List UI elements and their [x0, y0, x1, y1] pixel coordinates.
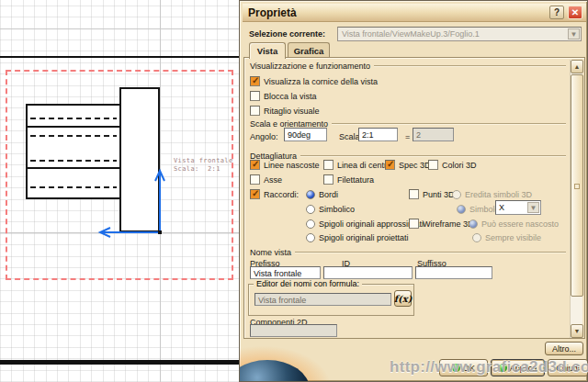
checkbox-wireframe3d[interactable]	[409, 219, 419, 229]
checkbox-filettatura[interactable]	[323, 174, 334, 185]
suffisso-input[interactable]	[415, 266, 492, 279]
hidden-line	[30, 135, 117, 137]
chevron-down-icon[interactable]: ▼	[568, 28, 580, 39]
radio-eredita	[452, 190, 461, 199]
radio-bordi[interactable]	[306, 190, 315, 199]
close-icon[interactable]: ✕	[568, 6, 582, 19]
checkbox-row-linee-nascoste[interactable]: Linee nascoste	[250, 159, 320, 171]
checkbox-blocca[interactable]	[250, 91, 260, 101]
view-scale-line2: Scala: 2:1	[174, 165, 220, 173]
current-selection-label: Selezione corrente:	[249, 29, 325, 39]
scala-input[interactable]: 2:1	[358, 128, 398, 141]
current-selection-value: Vista frontale/ViewMakeUp.3/Foglio.1	[342, 29, 480, 39]
radio-row-spigoli-appr[interactable]: Spigoli originali approssimati	[306, 218, 424, 230]
hidden-line	[30, 160, 117, 162]
checkbox-ritaglio-label: Ritaglio visuale	[264, 107, 320, 116]
radio-row-sempre-visibile: Sempre visibile	[472, 231, 541, 243]
help-icon[interactable]: ?	[549, 6, 564, 19]
radio-puo-nascosto	[469, 219, 478, 229]
scrollbar-thumb[interactable]	[571, 74, 583, 297]
altro-button[interactable]: Altro...	[545, 342, 583, 355]
radio-simbolo	[457, 205, 466, 214]
drawing-canvas[interactable]: Vista frontaleScala: 2:1	[0, 0, 239, 382]
sheet-border-top	[0, 56, 239, 58]
tab-vista[interactable]: Vista	[249, 42, 286, 59]
angolo-label: Angolo:	[250, 130, 278, 142]
properties-dialog: Proprietà ? ✕ Selezione corrente: Vista …	[239, 0, 588, 382]
checkbox-blocca-label: Blocca la vista	[264, 92, 317, 101]
radio-row-simbolo: Simbolo	[457, 203, 500, 215]
tab-grafica[interactable]: Grafica	[288, 42, 330, 58]
view-name-line1: Vista frontale	[174, 157, 233, 164]
group-nome-vista: Nome vista	[250, 248, 566, 257]
checkbox-row-colori3d[interactable]: Colori 3D	[428, 159, 477, 171]
scrollbar[interactable]: ▲ ▼	[570, 60, 582, 338]
group-nome-vista-title: Nome vista	[250, 248, 291, 257]
group-visualizzazione-title: Visualizzazione e funzionamento	[250, 62, 370, 71]
radio-row-simbolico[interactable]: Simbolico	[306, 203, 355, 215]
checkbox-punti3d[interactable]	[409, 189, 419, 199]
checkbox-asse[interactable]	[250, 174, 260, 185]
checkbox-row-filettatura[interactable]: Filettatura	[323, 174, 374, 185]
radio-row-puo-nascosto: Può essere nascosto	[469, 218, 559, 230]
id-input[interactable]	[323, 266, 413, 279]
checkbox-row-cornice[interactable]: Visualizza la cornice della vista	[250, 75, 378, 87]
dialog-titlebar[interactable]: Proprietà ? ✕	[243, 4, 586, 22]
angolo-input[interactable]: 90deg	[284, 128, 327, 141]
view-name-label: Vista frontaleScala: 2:1	[174, 157, 233, 174]
scala-result-field: 2	[413, 128, 454, 141]
radio-row-eredita: Eredita simboli 3D	[452, 188, 532, 200]
drawing-edge-line	[26, 126, 121, 128]
equals-sign: =	[405, 130, 410, 142]
editor-formula-title: Editor dei nomi con formula:	[254, 279, 362, 288]
checkbox-colori3d[interactable]	[428, 160, 438, 170]
current-selection-combo[interactable]: Vista frontale/ViewMakeUp.3/Foglio.1 ▼	[337, 27, 582, 41]
scroll-up-icon[interactable]: ▲	[571, 60, 583, 73]
checkbox-linee-nascoste[interactable]	[250, 160, 260, 170]
chevron-down-icon: ▼	[527, 202, 539, 213]
editor-formula-value: Vista frontale	[254, 293, 391, 306]
checkbox-spec3d[interactable]	[385, 160, 395, 170]
view-axis-icon[interactable]	[90, 163, 173, 239]
checkbox-row-spec3d[interactable]: Spec 3D	[385, 159, 431, 171]
sheet-border-bottom	[0, 360, 239, 365]
formula-fx-icon[interactable]: f(x)	[394, 290, 412, 307]
checkbox-row-punti3d[interactable]: Punti 3D:	[409, 188, 457, 200]
checkbox-row-linea-centro[interactable]: Linea di centro	[323, 159, 391, 171]
checkbox-row-asse[interactable]: Asse	[250, 174, 282, 185]
simbolo-combo: X ▼	[495, 200, 541, 215]
prefisso-input[interactable]: Vista frontale	[250, 266, 321, 279]
checkbox-cornice[interactable]	[250, 76, 260, 86]
radio-simbolico[interactable]	[306, 205, 315, 214]
radio-row-spigoli-proi[interactable]: Spigoli originali proiettati	[306, 231, 409, 243]
checkbox-raccordi[interactable]	[250, 189, 260, 199]
hidden-line	[30, 118, 117, 119]
grid-major-line	[0, 28, 239, 29]
group-visualizzazione: Visualizzazione e funzionamento	[250, 62, 566, 71]
checkbox-row-wireframe[interactable]: Wireframe 3D	[409, 218, 474, 230]
radio-spigoli-proiettati[interactable]	[306, 233, 315, 242]
checkbox-row-raccordi[interactable]: Raccordi:	[250, 188, 299, 200]
checkbox-cornice-label: Visualizza la cornice della vista	[264, 77, 378, 86]
radio-sempre-visibile	[472, 233, 481, 242]
radio-spigoli-approssimati[interactable]	[306, 219, 315, 229]
watermark-text: http://www.grafica2d3d.com/	[390, 358, 588, 376]
scroll-down-icon[interactable]: ▼	[571, 324, 583, 338]
checkbox-ritaglio[interactable]	[250, 106, 260, 116]
checkbox-linea-centro[interactable]	[323, 160, 334, 170]
vista-tab-panel: Visualizzazione e funzionamento Visualiz…	[243, 57, 585, 339]
componenti-2d-field	[250, 324, 337, 337]
checkbox-row-ritaglio[interactable]: Ritaglio visuale	[250, 105, 320, 117]
dialog-title: Proprietà	[248, 6, 297, 19]
radio-row-bordi[interactable]: Bordi	[306, 188, 338, 200]
checkbox-row-blocca[interactable]: Blocca la vista	[250, 90, 317, 102]
scrollbar-grip-icon	[574, 184, 580, 189]
